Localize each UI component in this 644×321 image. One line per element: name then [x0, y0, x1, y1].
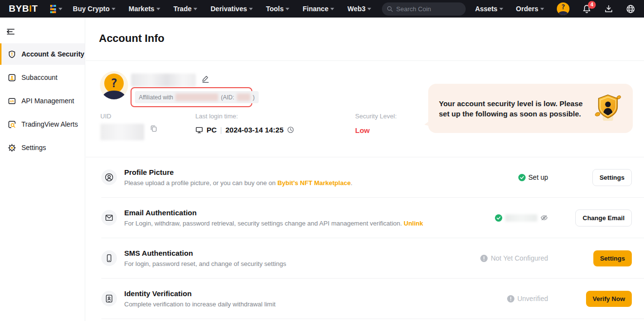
affiliated-label: Affiliated with: [139, 94, 173, 101]
uid-masked: [100, 124, 144, 140]
row-description: Please upload a profile picture, or you …: [124, 179, 352, 187]
anniversary-5-icon: [50, 5, 57, 13]
user-avatar[interactable]: ?: [557, 2, 569, 15]
main-navigation: Buy Crypto Markets Trade Derivatives Too…: [73, 5, 372, 13]
pencil-icon: [201, 75, 210, 83]
download-app-button[interactable]: [604, 4, 613, 14]
avatar-question-glyph: ?: [111, 76, 117, 90]
sidebar-item-tradingview-alerts[interactable]: TradingView Alerts: [0, 113, 85, 135]
row-title: Profile Picture: [124, 168, 352, 176]
profile-section: ? Affiliated with (AID: ) UID: [86, 61, 644, 157]
search-icon: [387, 6, 393, 12]
nav-buy-crypto[interactable]: Buy Crypto: [73, 5, 115, 13]
sidebar-item-subaccount[interactable]: Subaccount: [0, 67, 85, 88]
nav-assets[interactable]: Assets: [475, 5, 503, 13]
page-title: Account Info: [99, 32, 644, 45]
affiliate-name-masked: [175, 94, 218, 101]
identity-card-icon: [101, 291, 117, 306]
sidebar-item-settings[interactable]: Settings: [0, 137, 85, 158]
login-device: PC: [207, 126, 217, 134]
uid-label: UID: [100, 113, 157, 120]
sidebar-item-label: TradingView Alerts: [21, 120, 78, 128]
api-icon: API: [8, 97, 16, 105]
check-circle-icon: [518, 174, 526, 181]
download-icon: [604, 4, 613, 14]
language-button[interactable]: [626, 4, 635, 14]
affiliation-tag: Affiliated with (AID: ): [135, 91, 259, 103]
top-navbar: BYBIT Buy Crypto Markets Trade Derivativ…: [0, 0, 644, 18]
avatar-body-shape: [103, 91, 125, 99]
eye-off-icon: [540, 214, 548, 222]
row-title: Email Authentication: [124, 208, 423, 217]
sidebar-item-label: Settings: [21, 144, 46, 151]
aid-masked: [237, 94, 250, 101]
copy-uid-button[interactable]: [150, 125, 157, 132]
sidebar-item-label: API Management: [21, 97, 74, 105]
nav-trade[interactable]: Trade: [173, 5, 197, 13]
security-level-label: Security Level:: [355, 113, 397, 120]
nav-markets[interactable]: Markets: [129, 5, 160, 13]
email-icon: [101, 210, 117, 226]
profile-picture-icon: [101, 170, 117, 185]
sidebar: Account & Security Subaccount API API Ma…: [0, 18, 85, 321]
nav-web3[interactable]: Web3: [347, 5, 371, 13]
sms-settings-button[interactable]: Settings: [593, 250, 632, 266]
logo-text-2: T: [32, 3, 38, 14]
nft-marketplace-link[interactable]: Bybit's NFT Marketplace: [277, 179, 350, 187]
chevron-down-icon: [285, 8, 289, 10]
nav-orders[interactable]: Orders: [516, 5, 544, 13]
nav-derivatives[interactable]: Derivatives: [210, 5, 253, 13]
row-title: Identity Verification: [124, 289, 276, 298]
coin-search[interactable]: [382, 2, 466, 16]
globe-icon: [626, 4, 635, 14]
toggle-email-visibility-button[interactable]: [540, 214, 548, 222]
collapse-sidebar-icon: [7, 28, 15, 35]
security-notice-text: Your account security level is low. Plea…: [439, 98, 585, 119]
bybit-logo[interactable]: BYBIT: [9, 3, 38, 14]
chevron-down-icon: [249, 8, 253, 10]
status-email-verified: [436, 214, 548, 222]
row-email-authentication: Email Authentication For Login, withdraw…: [86, 198, 644, 238]
status-not-configured: Not Yet Configured: [436, 254, 548, 262]
nav-tools[interactable]: Tools: [266, 5, 289, 13]
anniversary-menu[interactable]: [50, 5, 62, 13]
info-icon: [480, 255, 488, 262]
gear-icon: [8, 144, 16, 152]
sidebar-item-label: Subaccount: [21, 74, 57, 81]
chevron-down-icon: [499, 8, 503, 10]
row-profile-picture: Profile Picture Please upload a profile …: [86, 157, 644, 197]
affiliation-highlight-box: Affiliated with (AID: ): [131, 87, 252, 107]
username-masked: [131, 74, 196, 87]
profile-avatar[interactable]: ?: [100, 71, 128, 99]
svg-text:API: API: [10, 99, 14, 102]
profile-picture-settings-button[interactable]: Settings: [592, 169, 632, 186]
avatar-body-shape: [558, 11, 568, 15]
row-description: For Login, withdraw, password retrieval,…: [124, 220, 423, 227]
clock-icon[interactable]: [287, 126, 294, 133]
row-description: Complete verification to increase daily …: [124, 301, 276, 308]
unlink-email-link[interactable]: Unlink: [404, 220, 423, 227]
monitor-icon: [195, 126, 203, 134]
collapse-sidebar-button[interactable]: [7, 28, 15, 35]
edit-nickname-button[interactable]: [201, 75, 210, 85]
notifications-button[interactable]: 4: [582, 4, 591, 14]
chevron-down-icon: [367, 8, 371, 10]
verify-now-button[interactable]: Verify Now: [586, 291, 632, 307]
sidebar-item-label: Account & Security: [21, 50, 84, 58]
search-input[interactable]: [396, 5, 455, 13]
row-sms-authentication: SMS Authentication For login, password r…: [86, 238, 644, 278]
uid-block: UID: [100, 113, 157, 140]
status-unverified: Unverified: [436, 295, 548, 302]
status-set-up: Set up: [436, 173, 548, 181]
row-identity-verification: Identity Verification Complete verificat…: [86, 279, 644, 319]
security-settings-list: Profile Picture Please upload a profile …: [86, 157, 644, 319]
sidebar-item-api-management[interactable]: API API Management: [0, 90, 85, 112]
nav-finance[interactable]: Finance: [303, 5, 334, 13]
logo-text: BYB: [9, 3, 29, 14]
security-shield-illustration: [594, 93, 622, 125]
chevron-down-icon: [193, 8, 197, 10]
change-email-button[interactable]: Change Email: [575, 209, 632, 227]
chevron-down-icon: [156, 8, 160, 10]
sidebar-item-account-security[interactable]: Account & Security: [0, 43, 85, 65]
chevron-down-icon: [540, 8, 544, 10]
